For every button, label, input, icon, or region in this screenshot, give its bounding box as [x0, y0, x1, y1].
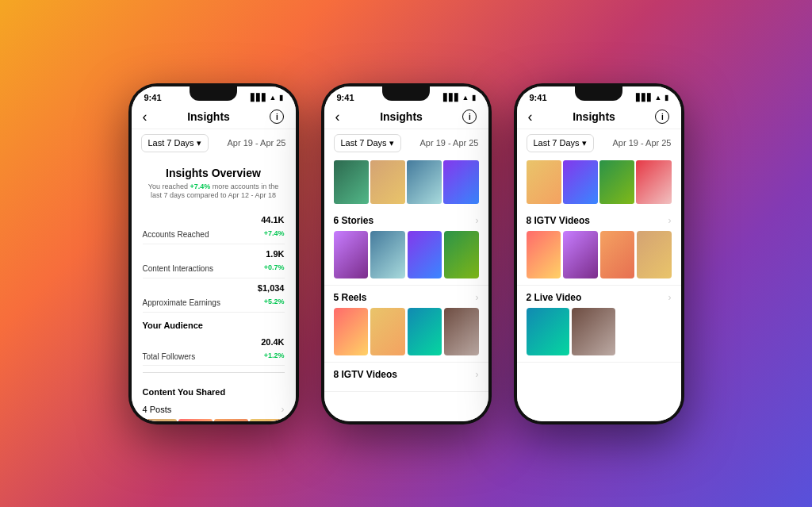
- back-button-1[interactable]: ‹: [143, 109, 147, 125]
- stories-section: 6 Stories ›: [324, 209, 488, 286]
- highlight-value: +7.4%: [190, 182, 210, 190]
- live-thumb-3-2: [572, 308, 615, 355]
- back-button-2[interactable]: ‹: [335, 109, 340, 125]
- stat-change-earnings: +5.2%: [264, 298, 285, 305]
- phone2-content-list: 6 Stories › 5 Reels: [324, 209, 488, 392]
- status-icons-2: ▋▋▋ ▲ ▮: [443, 94, 476, 102]
- time-3: 9:41: [530, 93, 547, 102]
- info-button-3[interactable]: i: [655, 109, 669, 124]
- stat-row-accounts: Accounts Reached 44.1K +7.4%: [143, 210, 285, 244]
- phone-2: 9:41 ▋▋▋ ▲ ▮ ‹ Insights i Last 7 Days ▾ …: [321, 83, 492, 424]
- notch-3: [575, 86, 622, 101]
- top-thumb-2-1: [334, 160, 369, 204]
- filter-bar-3: Last 7 Days ▾ Apr 19 - Apr 25: [517, 129, 681, 157]
- reels-thumbs: [334, 308, 479, 355]
- stories-thumb-1: [334, 231, 369, 278]
- phone-1-content: Insights Overview You reached +7.4% more…: [132, 157, 296, 421]
- stat-change-accounts: +7.4%: [264, 229, 285, 237]
- igtv-section-2: 8 IGTV Videos ›: [324, 363, 488, 392]
- thumb-4: [250, 419, 284, 421]
- page-title-3: Insights: [573, 110, 615, 123]
- reels-thumb-2: [370, 308, 405, 355]
- thumb-2: [178, 419, 213, 421]
- overview-heading: Insights Overview: [143, 167, 285, 179]
- page-title-1: Insights: [187, 110, 230, 123]
- igtv-thumb-3-1: [527, 231, 561, 278]
- nav-bar-1: ‹ Insights i: [132, 104, 296, 129]
- overview-subtitle: You reached +7.4% more accounts in the l…: [143, 182, 285, 201]
- info-button-2[interactable]: i: [462, 109, 477, 124]
- filter-bar-2: Last 7 Days ▾ Apr 19 - Apr 25: [324, 129, 488, 157]
- igtv-chevron-3: ›: [668, 215, 672, 226]
- live-thumb-3-1: [527, 308, 570, 355]
- igtv-thumb-3-4: [637, 231, 672, 278]
- stat-value-accounts: 44.1K +7.4%: [261, 215, 284, 239]
- battery-icon-1: ▮: [279, 94, 283, 102]
- top-thumb-2-3: [407, 160, 442, 204]
- content-section-header: Content You Shared: [143, 379, 285, 400]
- audience-row-followers: Total Followers 20.4K +1.2%: [143, 333, 285, 366]
- stories-thumb-3: [408, 231, 442, 278]
- igtv-header-3[interactable]: 8 IGTV Videos ›: [527, 215, 672, 226]
- top-thumb-3-2: [563, 160, 598, 204]
- time-1: 9:41: [144, 93, 162, 102]
- stories-chevron: ›: [476, 215, 479, 226]
- signal-icon-1: ▋▋▋: [251, 94, 267, 102]
- stories-thumb-2: [370, 231, 405, 278]
- stat-label-accounts: Accounts Reached: [143, 230, 209, 239]
- filter-bar-1: Last 7 Days ▾ Apr 19 - Apr 25: [132, 129, 296, 157]
- reels-title: 5 Reels: [334, 292, 367, 303]
- phone-3: 9:41 ▋▋▋ ▲ ▮ ‹ Insights i Last 7 Days ▾ …: [514, 83, 684, 424]
- reels-thumb-3: [408, 308, 442, 355]
- signal-icon-3: ▋▋▋: [636, 94, 653, 102]
- stat-num-interactions: 1.9K: [264, 249, 285, 259]
- phone3-top-strip: [517, 160, 681, 204]
- audience-value-followers: 20.4K +1.2%: [261, 337, 284, 361]
- thumb-1: [143, 419, 177, 421]
- page-title-2: Insights: [380, 110, 423, 123]
- stat-label-earnings: Approximate Earnings: [143, 298, 220, 307]
- top-thumb-3-1: [527, 160, 561, 204]
- stories-header[interactable]: 6 Stories ›: [334, 215, 479, 226]
- filter-dropdown-3[interactable]: Last 7 Days ▾: [527, 134, 594, 152]
- stories-thumb-4: [444, 231, 479, 278]
- igtv-header-2[interactable]: 8 IGTV Videos ›: [334, 369, 479, 380]
- stat-num-accounts: 44.1K: [261, 215, 284, 225]
- igtv-chevron-2: ›: [476, 369, 479, 380]
- filter-dropdown-1[interactable]: Last 7 Days ▾: [141, 134, 209, 152]
- content-item-posts[interactable]: 4 Posts ›: [143, 400, 285, 419]
- live-title-3: 2 Live Video: [527, 292, 582, 303]
- audience-change-followers: +1.2%: [264, 351, 285, 359]
- status-icons-1: ▋▋▋ ▲ ▮: [251, 94, 283, 102]
- top-thumb-3-3: [599, 160, 634, 204]
- filter-dropdown-2[interactable]: Last 7 Days ▾: [334, 134, 401, 152]
- igtv-title-3: 8 IGTV Videos: [527, 215, 590, 226]
- stat-value-earnings: $1,034 +5.2%: [258, 283, 285, 307]
- reels-thumb-4: [444, 308, 479, 355]
- live-thumbs-3: [527, 308, 672, 355]
- notch-1: [190, 86, 237, 101]
- stat-row-interactions: Content Interactions 1.9K +0.7%: [143, 244, 285, 278]
- reels-header[interactable]: 5 Reels ›: [334, 292, 479, 303]
- wifi-icon-1: ▲: [270, 94, 277, 102]
- stories-title: 6 Stories: [334, 215, 374, 226]
- phone2-top-strip: [324, 160, 488, 204]
- stat-row-earnings: Approximate Earnings $1,034 +5.2%: [143, 278, 285, 313]
- phone3-content-list: 8 IGTV Videos › 2 Live Vide: [517, 209, 681, 363]
- info-button-1[interactable]: i: [270, 109, 284, 124]
- date-range-1: Apr 19 - Apr 25: [228, 138, 286, 148]
- stories-thumbs: [334, 231, 479, 278]
- audience-num-followers: 20.4K: [261, 337, 284, 347]
- wifi-icon-3: ▲: [655, 94, 662, 102]
- date-range-3: Apr 19 - Apr 25: [613, 138, 672, 148]
- top-thumb-2-4: [443, 160, 478, 204]
- live-header-3[interactable]: 2 Live Video ›: [527, 292, 672, 303]
- back-button-3[interactable]: ‹: [528, 109, 533, 125]
- stat-num-earnings: $1,034: [258, 283, 285, 293]
- stat-change-interactions: +0.7%: [264, 263, 285, 271]
- battery-icon-2: ▮: [472, 94, 476, 102]
- live-chevron-3: ›: [668, 292, 672, 303]
- igtv-section-3: 8 IGTV Videos ›: [517, 209, 681, 286]
- live-section-3: 2 Live Video ›: [517, 286, 681, 363]
- igtv-thumb-3-3: [600, 231, 635, 278]
